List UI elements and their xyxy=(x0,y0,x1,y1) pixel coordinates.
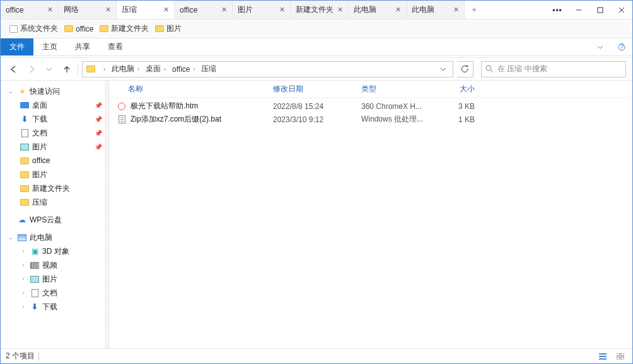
breadcrumb[interactable]: › 此电脑› 桌面› office› 压缩 xyxy=(82,61,453,77)
svg-rect-9 xyxy=(599,356,607,357)
sidebar: ⌄★快速访问 桌面📌 ⬇下载📌 文档📌 图片📌 office 图片 新建文件夹 … xyxy=(1,81,109,348)
close-icon[interactable]: ✕ xyxy=(104,6,112,14)
breadcrumb-item[interactable]: 压缩 xyxy=(199,64,219,74)
breadcrumb-item[interactable]: 桌面› xyxy=(143,64,170,74)
bookmark-item[interactable]: office xyxy=(64,25,93,33)
tree-item-documents[interactable]: 文档📌 xyxy=(1,126,108,140)
tree-quick-access[interactable]: ⌄★快速访问 xyxy=(1,84,108,98)
close-icon[interactable]: ✕ xyxy=(162,6,170,14)
tree-item-downloads[interactable]: ›⬇下载 xyxy=(1,300,108,314)
tab[interactable]: 图片✕ xyxy=(233,1,291,19)
path-dropdown[interactable] xyxy=(440,66,451,72)
ribbon-tab-home[interactable]: 主页 xyxy=(33,38,66,55)
tree-item-folder[interactable]: 图片 xyxy=(1,168,108,181)
col-type[interactable]: 类型 xyxy=(361,84,437,94)
view-icons-button[interactable] xyxy=(613,351,627,362)
col-size[interactable]: 大小 xyxy=(437,84,487,94)
add-tab-button[interactable]: ＋ xyxy=(465,1,484,19)
svg-point-6 xyxy=(486,65,491,71)
pin-icon: 📌 xyxy=(95,116,102,123)
dots-icon: ••• xyxy=(552,6,562,14)
folder-icon xyxy=(9,25,18,33)
tree-item-documents[interactable]: ›文档 xyxy=(1,286,108,300)
ribbon-tab-view[interactable]: 查看 xyxy=(99,38,132,55)
tree-item-videos[interactable]: ›视频 xyxy=(1,258,108,272)
close-icon[interactable]: ✕ xyxy=(452,6,460,14)
search-input[interactable]: 在 压缩 中搜索 xyxy=(481,61,626,77)
tree-item-3d[interactable]: ›▣3D 对象 xyxy=(1,244,108,258)
bookmark-bar: 系统文件夹 office 新建文件夹 图片 xyxy=(1,20,632,38)
cube-icon: ▣ xyxy=(30,247,40,256)
forward-button[interactable] xyxy=(25,62,38,76)
tree-item-desktop[interactable]: 桌面📌 xyxy=(1,98,108,112)
ribbon-tab-file[interactable]: 文件 xyxy=(1,38,33,55)
file-list[interactable]: 极光下载站帮助.htm 2022/8/8 15:24 360 ChromeX H… xyxy=(109,98,632,348)
maximize-button[interactable] xyxy=(589,1,611,19)
up-button[interactable] xyxy=(60,62,74,76)
view-details-button[interactable] xyxy=(596,351,610,362)
tab[interactable]: office✕ xyxy=(1,1,59,19)
tree-this-pc[interactable]: ⌄此电脑 xyxy=(1,230,108,244)
desktop-icon xyxy=(20,102,29,108)
tab[interactable]: 此电脑✕ xyxy=(407,1,465,19)
svg-text:?: ? xyxy=(620,43,624,51)
refresh-button[interactable] xyxy=(457,61,473,77)
window-tabbar: office✕ 网络✕ 压缩✕ office✕ 图片✕ 新建文件夹✕ 此电脑✕ … xyxy=(1,1,632,20)
folder-icon xyxy=(64,25,73,32)
close-window-button[interactable] xyxy=(611,1,632,19)
svg-rect-8 xyxy=(599,353,607,355)
file-row[interactable]: 极光下载站帮助.htm 2022/8/8 15:24 360 ChromeX H… xyxy=(109,100,632,113)
help-button[interactable]: ? xyxy=(611,38,632,55)
ribbon-tab-share[interactable]: 共享 xyxy=(66,38,99,55)
minimize-button[interactable] xyxy=(568,1,589,19)
file-row[interactable]: Zip添加xz7.com后缀(2).bat 2023/3/10 9:12 Win… xyxy=(109,113,632,126)
folder-icon xyxy=(100,25,108,32)
tree-wps-cloud[interactable]: ☁WPS云盘 xyxy=(1,213,108,227)
status-bar: 2 个项目 xyxy=(1,348,632,363)
col-date[interactable]: 修改日期 xyxy=(273,84,361,94)
picture-icon xyxy=(30,276,39,283)
tab-active[interactable]: 压缩✕ xyxy=(117,1,175,19)
close-icon[interactable]: ✕ xyxy=(46,6,54,14)
close-icon[interactable]: ✕ xyxy=(394,6,402,14)
ribbon-expand-button[interactable] xyxy=(589,38,611,55)
address-bar: › 此电脑› 桌面› office› 压缩 在 压缩 中搜索 xyxy=(1,58,632,81)
pin-icon: 📌 xyxy=(95,102,102,109)
bookmark-item[interactable]: 新建文件夹 xyxy=(100,23,149,34)
tree-item-folder[interactable]: 压缩 xyxy=(1,195,108,209)
status-count: 2 个项目 xyxy=(6,351,35,361)
bat-file-icon xyxy=(119,115,125,123)
tab[interactable]: 网络✕ xyxy=(59,1,117,19)
breadcrumb-item[interactable]: office› xyxy=(170,65,199,74)
pc-icon xyxy=(18,234,26,241)
tree-item-pictures[interactable]: 图片📌 xyxy=(1,140,108,154)
bookmark-item[interactable]: 系统文件夹 xyxy=(9,23,58,34)
close-icon[interactable]: ✕ xyxy=(220,6,228,14)
back-button[interactable] xyxy=(7,62,21,76)
file-pane: 名称 修改日期 类型 大小 极光下载站帮助.htm 2022/8/8 15:24… xyxy=(109,81,632,348)
bookmark-item[interactable]: 图片 xyxy=(155,23,182,34)
html-file-icon xyxy=(118,103,125,110)
star-icon: ★ xyxy=(17,87,27,96)
col-name[interactable]: 名称 xyxy=(115,84,273,94)
download-icon: ⬇ xyxy=(30,302,40,311)
picture-icon xyxy=(20,144,29,151)
folder-icon xyxy=(20,157,29,164)
svg-rect-13 xyxy=(617,357,620,360)
close-icon[interactable]: ✕ xyxy=(336,6,344,14)
folder-icon xyxy=(20,185,29,192)
more-button[interactable]: ••• xyxy=(547,1,568,19)
breadcrumb-item[interactable]: 此电脑› xyxy=(109,64,143,74)
tree-item-pictures[interactable]: ›图片 xyxy=(1,272,108,286)
tab[interactable]: 此电脑✕ xyxy=(349,1,407,19)
recent-button[interactable] xyxy=(42,62,56,76)
breadcrumb-chevron[interactable]: › xyxy=(98,66,109,72)
folder-icon xyxy=(20,199,29,206)
tab[interactable]: 新建文件夹✕ xyxy=(291,1,349,19)
tree-item-downloads[interactable]: ⬇下载📌 xyxy=(1,112,108,126)
tree-item-folder[interactable]: office xyxy=(1,154,108,168)
close-icon[interactable]: ✕ xyxy=(278,6,286,14)
column-headers[interactable]: 名称 修改日期 类型 大小 xyxy=(109,81,632,98)
tab[interactable]: office✕ xyxy=(175,1,233,19)
tree-item-folder[interactable]: 新建文件夹 xyxy=(1,181,108,195)
